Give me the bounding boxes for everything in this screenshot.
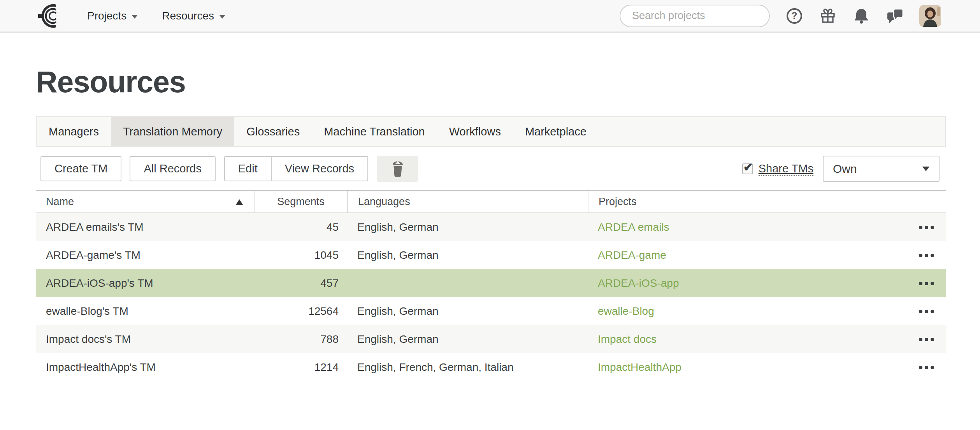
nav-projects-label: Projects — [87, 10, 126, 22]
row-actions-menu[interactable] — [907, 310, 946, 313]
column-header-segments[interactable]: Segments — [254, 191, 347, 212]
tab-workflows[interactable]: Workflows — [437, 117, 513, 146]
ellipsis-icon — [931, 226, 934, 229]
tm-segments: 457 — [254, 277, 347, 290]
tm-project-cell: Impact docs — [588, 333, 907, 346]
tab-translation-memory[interactable]: Translation Memory — [111, 117, 234, 146]
table-row[interactable]: ARDEA-iOS-app's TM 457 ARDEA-iOS-app — [36, 269, 946, 297]
tm-languages: English, German — [347, 221, 588, 233]
tm-name: ARDEA-game's TM — [36, 249, 254, 262]
gift-icon[interactable] — [819, 7, 837, 25]
row-actions-menu[interactable] — [907, 226, 946, 229]
tab-managers[interactable]: Managers — [37, 117, 111, 146]
tm-name: Impact docs's TM — [36, 333, 254, 346]
ellipsis-icon — [919, 310, 922, 313]
project-link[interactable]: Impact docs — [598, 333, 657, 345]
toolbar-right: ✔ Share TMs Own — [742, 156, 940, 182]
project-link[interactable]: ImpactHealthApp — [598, 361, 681, 373]
share-tms-label[interactable]: Share TMs — [759, 162, 813, 175]
ellipsis-icon — [931, 254, 934, 257]
tm-project-cell: ewalle-Blog — [588, 305, 907, 318]
topbar-right: ? — [620, 5, 941, 27]
edit-view-button-group: Edit View Records — [224, 156, 368, 181]
table-row[interactable]: ImpactHealthApp's TM 1214 English, Frenc… — [36, 353, 946, 381]
tm-segments: 12564 — [254, 305, 347, 318]
nav-resources[interactable]: Resources — [162, 10, 225, 22]
project-link[interactable]: ARDEA emails — [598, 221, 669, 233]
table-row[interactable]: ewalle-Blog's TM 12564 English, German e… — [36, 297, 946, 325]
tm-segments: 45 — [254, 221, 347, 233]
table-row[interactable]: Impact docs's TM 788 English, German Imp… — [36, 325, 946, 353]
tm-project-cell: ARDEA-game — [588, 249, 907, 262]
table-body: ARDEA emails's TM 45 English, German ARD… — [36, 213, 946, 381]
project-link[interactable]: ARDEA-iOS-app — [598, 277, 679, 289]
row-actions-menu[interactable] — [907, 282, 946, 285]
tm-name: ewalle-Blog's TM — [36, 305, 254, 318]
table-row[interactable]: ARDEA-game's TM 1045 English, German ARD… — [36, 241, 946, 269]
project-link[interactable]: ewalle-Blog — [598, 305, 654, 317]
checkmark-icon: ✔ — [743, 160, 753, 174]
ellipsis-icon — [919, 254, 922, 257]
table-row[interactable]: ARDEA emails's TM 45 English, German ARD… — [36, 213, 946, 241]
nav-projects[interactable]: Projects — [87, 10, 138, 22]
search-input[interactable] — [631, 9, 771, 22]
chat-icon[interactable] — [886, 7, 904, 25]
ellipsis-icon — [925, 366, 928, 369]
tm-project-cell: ImpactHealthApp — [588, 361, 907, 374]
chevron-down-icon — [219, 15, 225, 19]
tm-languages: English, German — [347, 305, 588, 318]
tm-toolbar: Create TM All Records Edit View Records … — [36, 156, 946, 182]
view-records-button[interactable]: View Records — [271, 157, 367, 181]
top-bar: Projects Resources ? — [0, 0, 980, 33]
tab-glossaries[interactable]: Glossaries — [234, 117, 312, 146]
svg-text:?: ? — [791, 10, 797, 21]
tm-segments: 788 — [254, 333, 347, 346]
row-actions-menu[interactable] — [907, 338, 946, 341]
edit-button[interactable]: Edit — [225, 157, 271, 181]
tm-project-cell: ARDEA emails — [588, 221, 907, 233]
table-header: Name Segments Languages Projects — [36, 190, 946, 213]
share-tms-checkbox[interactable]: ✔ — [742, 163, 753, 174]
project-link[interactable]: ARDEA-game — [598, 249, 666, 261]
ellipsis-icon — [931, 366, 934, 369]
ellipsis-icon — [919, 282, 922, 285]
page-title: Resources — [36, 65, 946, 99]
tab-marketplace[interactable]: Marketplace — [513, 117, 599, 146]
resources-tabbar: Managers Translation Memory Glossaries M… — [36, 116, 946, 147]
tm-name: ImpactHealthApp's TM — [36, 361, 254, 374]
tab-machine-translation[interactable]: Machine Translation — [312, 117, 437, 146]
nav-resources-label: Resources — [162, 10, 214, 22]
ellipsis-icon — [919, 366, 922, 369]
column-header-projects[interactable]: Projects — [588, 191, 946, 212]
chevron-down-icon — [922, 167, 929, 171]
project-search — [620, 5, 770, 27]
help-icon[interactable]: ? — [785, 7, 803, 25]
ellipsis-icon — [925, 254, 928, 257]
ellipsis-icon — [919, 338, 922, 341]
ellipsis-icon — [925, 282, 928, 285]
ellipsis-icon — [931, 282, 934, 285]
trash-icon — [390, 160, 406, 178]
ellipsis-icon — [919, 226, 922, 229]
column-header-languages[interactable]: Languages — [347, 191, 588, 212]
app-logo[interactable] — [37, 4, 62, 28]
row-actions-menu[interactable] — [907, 254, 946, 257]
ellipsis-icon — [931, 310, 934, 313]
all-records-button[interactable]: All Records — [130, 156, 215, 181]
user-avatar[interactable] — [919, 5, 941, 27]
delete-tm-button[interactable] — [377, 156, 418, 182]
sort-ascending-icon — [236, 199, 243, 205]
ownership-filter-value: Own — [833, 162, 857, 176]
tm-name: ARDEA emails's TM — [36, 221, 254, 233]
notifications-bell-icon[interactable] — [852, 7, 870, 25]
ellipsis-icon — [925, 226, 928, 229]
ownership-filter-select[interactable]: Own — [823, 156, 940, 182]
tm-languages: English, French, German, Italian — [347, 361, 588, 374]
tm-project-cell: ARDEA-iOS-app — [588, 277, 907, 290]
create-tm-button[interactable]: Create TM — [40, 156, 121, 181]
row-actions-menu[interactable] — [907, 366, 946, 369]
tm-name: ARDEA-iOS-app's TM — [36, 277, 254, 290]
ellipsis-icon — [925, 310, 928, 313]
column-header-name[interactable]: Name — [36, 191, 254, 212]
chevron-down-icon — [132, 15, 138, 19]
